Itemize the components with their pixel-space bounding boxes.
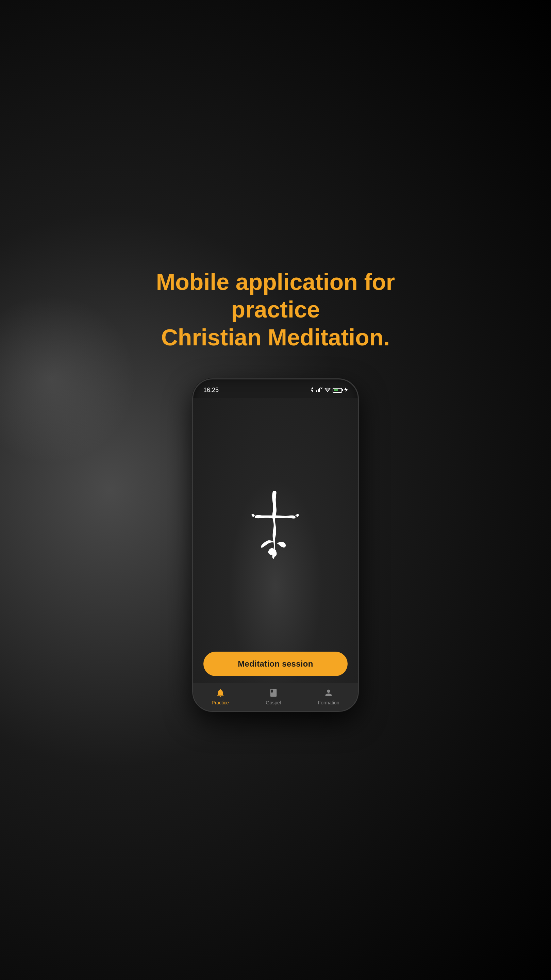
nav-label-formation: Formation: [318, 700, 340, 705]
phone-frame: 16:25: [192, 379, 359, 712]
bottom-nav: Practice Gospel: [193, 683, 358, 711]
nav-item-formation[interactable]: Formation: [318, 687, 340, 705]
person-icon: [323, 687, 334, 698]
meditation-session-button[interactable]: Meditation session: [203, 652, 348, 676]
svg-rect-2: [319, 388, 320, 392]
svg-point-5: [327, 391, 328, 392]
wifi-icon: [324, 387, 330, 393]
signal-x-icon: [316, 387, 322, 393]
cross-logo-svg: [248, 491, 303, 559]
status-bar: 16:25: [193, 379, 358, 398]
bluetooth-icon: [310, 387, 314, 393]
meditation-btn-area: Meditation session: [193, 652, 358, 683]
logo-area: [248, 491, 303, 559]
nav-label-gospel: Gospel: [266, 700, 281, 705]
svg-rect-0: [316, 390, 318, 392]
status-time: 16:25: [203, 387, 219, 394]
nav-item-gospel[interactable]: Gospel: [266, 687, 281, 705]
svg-rect-1: [318, 389, 319, 392]
screen: Meditation session Practice: [193, 398, 358, 711]
status-icons: [310, 387, 348, 393]
charging-icon: [344, 387, 348, 393]
nav-label-practice: Practice: [211, 700, 229, 705]
nav-item-practice[interactable]: Practice: [211, 687, 229, 705]
bell-icon: [215, 687, 226, 698]
book-icon: [268, 687, 279, 698]
battery-icon: [333, 388, 342, 393]
headline: Mobile application for practice Christia…: [136, 268, 415, 352]
page-wrapper: Mobile application for practice Christia…: [136, 268, 415, 712]
page-title: Mobile application for practice Christia…: [136, 268, 415, 352]
screen-content: [193, 398, 358, 652]
